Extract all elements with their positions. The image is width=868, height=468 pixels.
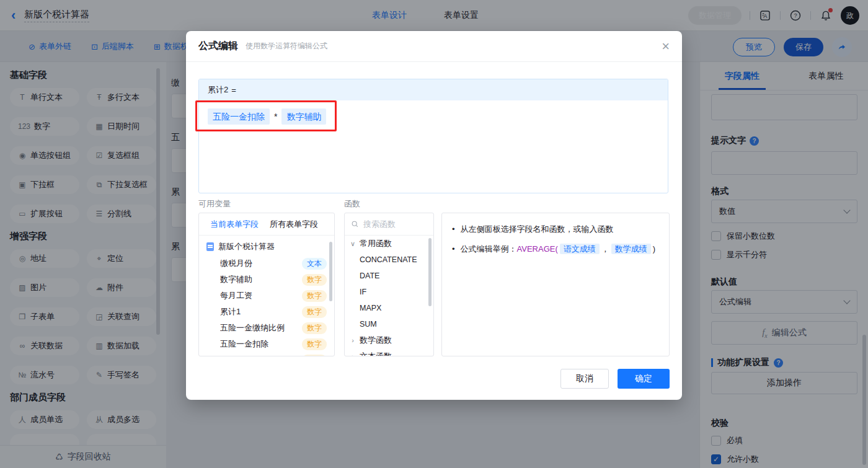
variables-panel: 当前表单字段所有表单字段 新版个税计算器 缴税月份文本数字辅助数字每月工资数字累… (198, 213, 335, 356)
close-icon[interactable]: × (662, 40, 670, 53)
functions-panel: 搜索函数 ∨常用函数CONCATENATEDATEIFMAPXSUM›数学函数›… (344, 213, 434, 356)
formula-target: 累计2 (208, 84, 228, 95)
bullet-icon: • (452, 242, 455, 256)
variables-section-label: 可用变量 (198, 198, 231, 210)
variable-type-badge: 文本 (302, 258, 327, 270)
search-icon (351, 220, 359, 228)
formula-target-bar: 累计2 = (199, 79, 668, 100)
chevron-right-icon: › (350, 337, 356, 344)
formula-field-token[interactable]: 数字辅助 (281, 108, 326, 125)
function-group-文本函数[interactable]: ›文本函数 (345, 348, 433, 356)
variable-name: 每月工资 (220, 290, 302, 301)
variable-name: 累计1 (220, 306, 302, 317)
variable-row[interactable]: 五险一金扣除数字 (199, 336, 334, 352)
variable-row[interactable]: 缴税月份文本 (199, 255, 334, 272)
function-group-label: 常用函数 (360, 238, 392, 249)
variable-type-badge: 数字 (302, 322, 327, 334)
function-group-常用函数[interactable]: ∨常用函数 (345, 236, 433, 252)
hint-line-1: • 从左侧面板选择字段名和函数，或输入函数 (452, 223, 659, 236)
formula-input-area[interactable]: 五险一金扣除*数字辅助 (199, 100, 668, 133)
confirm-button[interactable]: 确定 (618, 369, 670, 389)
variable-type-badge: 数字 (302, 338, 327, 350)
cancel-button[interactable]: 取消 (560, 369, 609, 389)
variables-scrollbar[interactable] (329, 242, 332, 301)
chevron-down-icon: ∨ (350, 240, 356, 248)
variable-row[interactable]: 每月工资数字 (199, 288, 334, 304)
variable-type-badge: 数字 (302, 355, 327, 357)
function-group-数学函数[interactable]: ›数学函数 (345, 332, 433, 348)
form-tree-root[interactable]: 新版个税计算器 (199, 238, 334, 255)
function-group-label: 数学函数 (360, 335, 392, 346)
modal-header: 公式编辑 使用数学运算符编辑公式 × (186, 31, 682, 62)
modal-subtitle: 使用数学运算符编辑公式 (246, 41, 327, 51)
formula-operator: * (274, 112, 277, 121)
hint-example-comma: ， (601, 244, 609, 254)
variable-type-badge: 数字 (302, 306, 327, 318)
variables-tab-当前表单字段[interactable]: 当前表单字段 (210, 219, 259, 230)
variable-name: 缴税月份 (220, 258, 302, 269)
variable-type-badge: 数字 (302, 274, 327, 286)
variable-row[interactable]: 五险一金缴纳比例数字 (199, 320, 334, 336)
app-root: ‹ 新版个税计算器 表单设计表单设置 数据管理 A ? 政 ⊘表单外链⊡后端脚本… (0, 0, 868, 468)
form-icon (206, 242, 214, 251)
function-item-SUM[interactable]: SUM (345, 316, 433, 332)
function-item-DATE[interactable]: DATE (345, 268, 433, 284)
form-tree-root-label: 新版个税计算器 (218, 241, 275, 252)
hint-example-function: AVERAGE( (517, 244, 558, 254)
function-search[interactable]: 搜索函数 (345, 213, 433, 236)
hint-example-prefix: 公式编辑举例： (461, 244, 517, 254)
variable-row[interactable]: 数字 (199, 352, 334, 356)
variable-row[interactable]: 数字辅助数字 (199, 272, 334, 288)
modal-title: 公式编辑 (198, 40, 238, 53)
hint-example-close: ) (653, 244, 655, 254)
function-item-MAPX[interactable]: MAPX (345, 300, 433, 316)
modal-footer: 取消 确定 (560, 369, 670, 389)
variable-row[interactable]: 累计1数字 (199, 304, 334, 320)
function-search-placeholder: 搜索函数 (363, 219, 396, 230)
functions-scrollbar[interactable] (428, 238, 432, 306)
formula-editor: 累计2 = 五险一金扣除*数字辅助 (198, 79, 668, 193)
hint-example-field: 数学成绩 (611, 244, 651, 254)
variable-name: 五险一金扣除 (220, 338, 302, 350)
variables-tab-所有表单字段[interactable]: 所有表单字段 (270, 219, 318, 230)
function-item-IF[interactable]: IF (345, 284, 433, 300)
hint-line-2: • 公式编辑举例：AVERAGE(语文成绩，数学成绩) (452, 242, 659, 256)
chevron-right-icon: › (350, 353, 356, 356)
bullet-icon: • (452, 223, 455, 236)
hint-text: 从左侧面板选择字段名和函数，或输入函数 (461, 223, 614, 236)
function-item-CONCATENATE[interactable]: CONCATENATE (345, 252, 433, 268)
function-group-label: 文本函数 (360, 351, 392, 356)
formula-edit-modal: 公式编辑 使用数学运算符编辑公式 × 累计2 = 五险一金扣除*数字辅助 可用变… (186, 31, 682, 400)
variable-name: 五险一金缴纳比例 (220, 322, 302, 333)
variable-type-badge: 数字 (302, 290, 327, 302)
formula-field-token[interactable]: 五险一金扣除 (208, 108, 270, 125)
functions-section-label: 函数 (344, 198, 360, 210)
variables-tabs: 当前表单字段所有表单字段 (199, 213, 334, 236)
hint-example-field: 语文成绩 (560, 244, 600, 254)
hint-example: 公式编辑举例：AVERAGE(语文成绩，数学成绩) (461, 242, 656, 256)
variable-name: 数字辅助 (220, 274, 302, 285)
formula-equals: = (231, 86, 236, 95)
formula-hints-panel: • 从左侧面板选择字段名和函数，或输入函数 • 公式编辑举例：AVERAGE(语… (441, 213, 670, 356)
